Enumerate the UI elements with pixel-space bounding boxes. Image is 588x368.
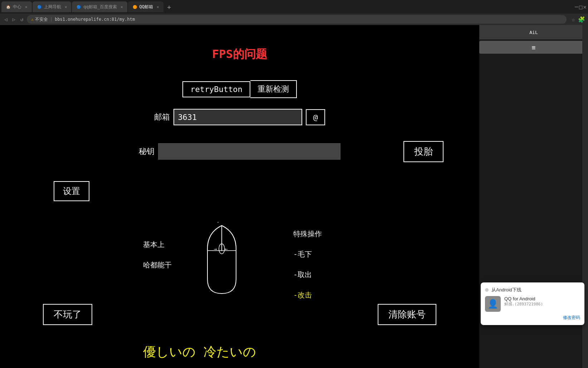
mouse-label-down: -毛下 <box>293 250 322 259</box>
security-label: 不安全 <box>35 16 48 23</box>
secret-section: 秘钥 投胎 <box>0 143 479 160</box>
tab-2-favicon: 🔵 <box>37 4 42 9</box>
notification-body: 👤 QQ for Android 鲜感.(2893721986) <box>485 296 580 312</box>
security-icon: ⚠ <box>31 17 34 22</box>
secret-label: 秘钥 <box>139 146 155 157</box>
svg-text:→: → <box>214 246 217 252</box>
mouse-label-take: -取出 <box>293 270 322 280</box>
tab-1-close[interactable]: ✕ <box>25 5 28 9</box>
address-bar[interactable]: ⚠ 不安全 | bbs1.onehurepalife.cn:81/my.htm <box>27 15 567 24</box>
at-button[interactable]: @ <box>306 109 325 125</box>
tab-2-label: 上网导航 <box>44 4 61 10</box>
tab-2[interactable]: 🔵 上网导航 ✕ <box>33 1 72 12</box>
forward-button[interactable]: ▷ <box>11 16 16 23</box>
minimize-button[interactable]: ─ <box>575 4 578 10</box>
mouse-label-attack: -改击 <box>293 290 322 300</box>
mouse-svg: → ← <box>200 222 243 301</box>
maximize-button[interactable]: □ <box>579 4 583 10</box>
email-input[interactable] <box>173 109 302 125</box>
tab-3-close[interactable]: ✕ <box>121 5 123 9</box>
secret-input[interactable] <box>158 143 340 160</box>
tab-4-favicon: 🟠 <box>132 4 137 9</box>
notification-header: 从Android下线 <box>485 287 580 293</box>
tab-4-label: QQ邮箱 <box>139 4 153 10</box>
quit-button[interactable]: 不玩了 <box>43 304 92 325</box>
tab-3-favicon: 🔵 <box>76 4 81 9</box>
extension-icon[interactable]: 🧩 <box>578 16 585 23</box>
tab-2-close[interactable]: ✕ <box>65 5 67 9</box>
page-title: FPS的问题 <box>0 47 479 62</box>
refresh-button[interactable]: ↺ <box>19 16 25 23</box>
address-separator: | <box>50 17 53 22</box>
browser-actions: ☆ 🧩 <box>572 16 585 23</box>
retry-button[interactable]: retryButton <box>182 81 250 97</box>
tab-4[interactable]: 🟠 QQ邮箱 ✕ <box>128 1 163 12</box>
notification-popup: 从Android下线 👤 QQ for Android 鲜感.(28937219… <box>481 282 584 325</box>
notification-user: 鲜感.(2893721986) <box>504 301 543 307</box>
notification-avatar: 👤 <box>485 296 501 312</box>
tab-bar: 🏠 中心 ✕ 🔵 上网导航 ✕ 🔵 qq邮箱_百度搜索 ✕ 🟠 QQ邮箱 ✕ +… <box>0 0 588 14</box>
retry-section: retryButton 重新检测 <box>0 80 479 98</box>
tab-3-label: qq邮箱_百度搜索 <box>83 4 117 10</box>
close-browser-button[interactable]: ✕ <box>583 4 587 10</box>
bottom-text: 優しいの 冷たいの <box>143 343 256 361</box>
notification-link[interactable]: 修改密码 <box>485 315 580 321</box>
tab-1-favicon: 🏠 <box>6 4 11 9</box>
email-label: 邮箱 <box>154 112 170 122</box>
mouse-label-special: 特殊操作 <box>293 229 322 239</box>
submit-button[interactable]: 投胎 <box>403 141 444 162</box>
notification-source: 从Android下线 <box>491 287 521 293</box>
tab-1-label: 中心 <box>13 4 21 10</box>
tab-1[interactable]: 🏠 中心 ✕ <box>1 1 32 12</box>
bookmark-icon[interactable]: ☆ <box>572 16 575 23</box>
right-sidebar: AiL ≡ 从Android下线 👤 QQ for Android 鲜感.(28… <box>479 25 588 368</box>
mouse-label-basic: 基本上 <box>143 240 172 250</box>
mouse-label-all: 哈都能干 <box>143 260 172 270</box>
bottom-buttons: 不玩了 清除账号 <box>0 304 479 325</box>
address-url: bbs1.onehurepalife.cn:81/my.htm <box>55 17 135 22</box>
browser-chrome: 🏠 中心 ✕ 🔵 上网导航 ✕ 🔵 qq邮箱_百度搜索 ✕ 🟠 QQ邮箱 ✕ +… <box>0 0 588 25</box>
recheck-button[interactable]: 重新检测 <box>250 80 297 98</box>
tab-3[interactable]: 🔵 qq邮箱_百度搜索 ✕ <box>72 1 127 12</box>
notification-app: QQ for Android <box>504 296 543 301</box>
new-tab-button[interactable]: + <box>164 2 174 12</box>
sidebar-icon: ≡ <box>532 44 536 51</box>
clear-account-button[interactable]: 清除账号 <box>378 304 436 325</box>
notification-dot <box>485 288 489 292</box>
settings-wrapper: 设置 <box>0 181 479 201</box>
svg-text:←: ← <box>225 246 227 252</box>
back-button[interactable]: ◁ <box>3 16 9 23</box>
ail-logo-text: AiL <box>529 30 538 35</box>
tab-4-close[interactable]: ✕ <box>157 5 159 9</box>
page-content: FPS的问题 retryButton 重新检测 邮箱 @ 秘钥 投胎 设置 <box>0 25 479 368</box>
settings-button[interactable]: 设置 <box>54 181 89 201</box>
address-bar-row: ◁ ▷ ↺ ⚠ 不安全 | bbs1.onehurepalife.cn:81/m… <box>0 14 588 25</box>
email-section: 邮箱 @ <box>0 109 479 125</box>
